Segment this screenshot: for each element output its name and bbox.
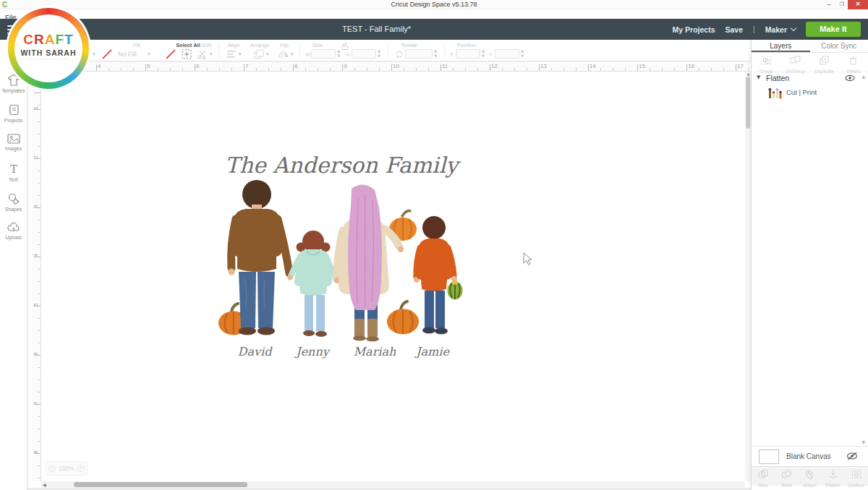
layer-row[interactable]: Cut | Print (752, 85, 868, 102)
horizontal-scroll-thumb[interactable] (74, 482, 247, 487)
save-link[interactable]: Save (726, 25, 744, 34)
vertical-scrollbar[interactable]: ▲ (745, 72, 751, 481)
rotate-stepper[interactable]: ▲▼ (434, 48, 437, 59)
tab-color-sync[interactable]: Color Sync (810, 40, 868, 52)
edit-label[interactable]: Edit (197, 42, 217, 48)
linetype-caret-icon[interactable]: ▾ (93, 51, 95, 57)
horizontal-scrollbar[interactable]: ◀ (41, 481, 745, 488)
layer-thumbnail (767, 85, 782, 101)
fill-caret-icon[interactable]: ▾ (148, 51, 150, 57)
name-david: David (238, 345, 273, 358)
slice-button: Slice (752, 467, 775, 486)
collapse-caret-icon[interactable]: ▼ (757, 74, 760, 80)
make-it-button[interactable]: Make It (806, 22, 861, 37)
tab-layers[interactable]: Layers (752, 40, 810, 52)
linetype-swatch-icon[interactable] (101, 48, 113, 60)
sidebar-item-upload[interactable]: Upload (0, 218, 27, 247)
images-icon (7, 133, 21, 145)
eye-slash-icon[interactable] (846, 452, 858, 460)
boolean-actions-bar: Slice Weld Attach Flatten Contour (752, 466, 868, 486)
panel-scroll-down-icon[interactable]: ▼ (861, 439, 865, 444)
x-position-input[interactable] (456, 49, 480, 59)
edit-scissors-icon[interactable] (197, 48, 208, 60)
delete-button: Delete (839, 53, 868, 72)
align-icon (226, 48, 237, 60)
menubar: File View (0, 9, 868, 19)
edit-caret-icon[interactable]: ▾ (210, 51, 213, 57)
flatten-icon (828, 470, 838, 479)
rotate-icon (395, 50, 404, 59)
flip-icon (278, 48, 289, 60)
contour-icon (851, 470, 861, 479)
rotate-label: Rotate (396, 42, 422, 48)
vertical-ruler: 12345678 (32, 72, 41, 481)
width-stepper[interactable]: ▲▼ (337, 48, 340, 59)
height-axis-label: H (346, 51, 349, 58)
canvas-color-swatch[interactable] (759, 450, 779, 464)
fill-value[interactable]: No Fill (118, 51, 137, 58)
height-input[interactable] (352, 49, 376, 59)
mouse-cursor-icon (522, 252, 532, 267)
flip-caret-icon: ▾ (291, 51, 294, 57)
craft-with-sarah-logo: CRAFT WITH SARAH ················· (8, 8, 89, 89)
select-all-icon[interactable] (181, 48, 192, 60)
scroll-up-icon[interactable]: ▲ (746, 72, 751, 76)
fill-swatch-icon[interactable] (165, 48, 176, 60)
arrange-icon (253, 48, 265, 60)
visibility-eye-icon[interactable] (845, 74, 855, 82)
machine-label: Maker (765, 25, 787, 34)
flatten-button: Flatten (822, 467, 845, 486)
x-axis-label: X (450, 51, 454, 58)
sidebar-item-projects[interactable]: Projects (0, 99, 27, 129)
machine-selector[interactable]: Maker (765, 25, 796, 34)
duplicate-button: Duplicate (810, 53, 839, 72)
sidebar-item-text[interactable]: T Text (0, 158, 27, 188)
flip-label: Flip (275, 42, 294, 48)
upload-cloud-icon (7, 222, 21, 233)
minimize-button[interactable]: – (823, 0, 835, 9)
width-input[interactable] (311, 49, 336, 59)
attach-button: Attach (798, 467, 821, 486)
duplicate-icon (819, 56, 830, 65)
y-stepper[interactable]: ▲▼ (521, 48, 524, 59)
zoom-level: 150% (59, 465, 75, 472)
panel-scroll-up-icon[interactable]: ▲ (861, 74, 865, 79)
height-stepper[interactable]: ▲▼ (378, 48, 380, 59)
group-button: Group (752, 53, 780, 72)
layer-group-row[interactable]: ▼ Flatten ▲ (752, 72, 868, 84)
lock-icon[interactable] (341, 43, 349, 50)
text-icon: T (7, 163, 20, 176)
design-canvas[interactable]: The Anderson Family (41, 72, 745, 481)
zoom-in-button[interactable]: + (77, 465, 85, 472)
scroll-left-icon[interactable]: ◀ (43, 482, 46, 487)
sidebar: New Templates Projects Images T Text Sha… (0, 40, 27, 490)
fall-family-artwork[interactable]: The Anderson Family (203, 141, 492, 369)
my-projects-link[interactable]: My Projects (673, 25, 715, 34)
x-stepper[interactable]: ▲▼ (482, 48, 485, 59)
vertical-scroll-thumb[interactable] (746, 77, 750, 129)
delete-trash-icon (848, 56, 858, 65)
sidebar-item-images[interactable]: Images (0, 129, 27, 158)
blank-canvas-label: Blank Canvas (786, 452, 831, 460)
maximize-button[interactable]: ❐ (836, 0, 848, 9)
shapes-icon (7, 192, 21, 205)
name-mariah: Mariah (354, 345, 396, 358)
y-position-input[interactable] (495, 49, 519, 59)
projects-notebook-icon (7, 103, 20, 116)
cricut-design-space-window: C Cricut Design Space v5.13.78 – ❐ ✕ Fil… (0, 0, 868, 490)
chevron-down-icon (791, 25, 796, 31)
blank-canvas-row[interactable]: Blank Canvas (752, 446, 868, 466)
sidebar-item-shapes[interactable]: Shapes (0, 188, 27, 218)
align-caret-icon: ▾ (239, 51, 242, 57)
width-axis-label: W (305, 51, 310, 58)
pumpkin-middle (387, 301, 419, 335)
figure-jamie (414, 216, 463, 335)
attach-paperclip-icon (805, 470, 815, 479)
slice-icon (758, 470, 768, 479)
zoom-out-button[interactable]: − (48, 465, 56, 472)
group-icon (761, 56, 772, 65)
edit-toolbar: ▾ Fill No Fill ▾ Select All Edit ▾ Align… (0, 40, 751, 61)
rotate-input[interactable] (405, 49, 433, 59)
name-jamie: Jamie (414, 345, 450, 358)
close-button[interactable]: ✕ (848, 0, 868, 9)
